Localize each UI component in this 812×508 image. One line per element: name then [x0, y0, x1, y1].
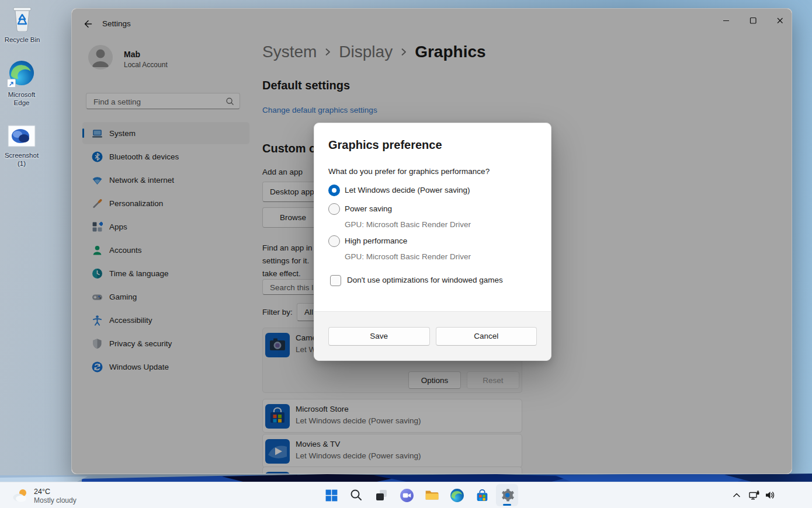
desktop-icon-recycle-bin[interactable]: Recycle Bin [1, 5, 44, 44]
cancel-button[interactable]: Cancel [436, 327, 537, 346]
settings-gear-icon [499, 488, 515, 503]
dialog-title: Graphics preference [328, 138, 442, 152]
weather-condition: Mostly cloudy [34, 496, 77, 504]
search-icon [349, 488, 363, 502]
radio-high-performance[interactable] [328, 235, 340, 247]
desktop-icon-label: Screenshot (1) [0, 151, 43, 168]
network-icon [748, 489, 760, 501]
recycle-bin-icon [10, 5, 34, 32]
tray-network-button[interactable] [748, 489, 760, 503]
start-button[interactable] [320, 484, 342, 506]
radio-let-windows-decide[interactable] [328, 185, 340, 196]
microsoft-store-icon [475, 488, 490, 503]
start-icon [324, 488, 339, 503]
desktop-icon-screenshot[interactable]: Screenshot (1) [0, 125, 43, 168]
weather-temperature: 24°C [34, 488, 77, 496]
chat-icon [400, 488, 414, 503]
radio-label[interactable]: High performance [345, 236, 407, 245]
radio-label[interactable]: Let Windows decide (Power saving) [345, 186, 470, 194]
gpu-subtext: GPU: Microsoft Basic Render Driver [345, 220, 471, 229]
edge-icon [450, 488, 464, 503]
weather-icon [12, 488, 29, 504]
file-explorer-button[interactable] [421, 484, 443, 506]
shortcut-arrow-badge [7, 79, 16, 88]
taskbar: 24°C Mostly cloudy [0, 482, 812, 508]
file-explorer-icon [424, 488, 439, 503]
microsoft-store-button[interactable] [471, 484, 493, 506]
desktop-icon-microsoft-edge[interactable]: Microsoft Edge [0, 60, 43, 107]
dialog-footer: Save Cancel [314, 311, 551, 360]
settings-button[interactable] [496, 484, 518, 506]
checkbox-label[interactable]: Don't use optimizations for windowed gam… [347, 276, 503, 284]
tray-chevron-button[interactable] [733, 490, 741, 501]
edge-icon [8, 60, 35, 89]
task-view-icon [374, 488, 388, 502]
taskbar-center [320, 484, 521, 506]
search-button[interactable] [345, 484, 367, 506]
volume-icon [764, 489, 776, 501]
edge-button[interactable] [446, 484, 468, 506]
dialog-question: What do you prefer for graphics performa… [328, 167, 490, 176]
chat-button[interactable] [395, 484, 418, 506]
radio-power-saving[interactable] [328, 203, 340, 215]
task-view-button[interactable] [370, 484, 393, 506]
desktop: Recycle Bin Microsoft Edge [0, 0, 812, 508]
graphics-preference-dialog: Graphics preference What do you prefer f… [314, 123, 551, 361]
save-button[interactable]: Save [328, 327, 430, 346]
radio-label[interactable]: Power saving [345, 204, 392, 213]
weather-widget[interactable]: 24°C Mostly cloudy [12, 485, 93, 507]
gpu-subtext: GPU: Microsoft Basic Render Driver [345, 252, 471, 261]
desktop-icon-label: Recycle Bin [1, 36, 44, 44]
optimizations-checkbox[interactable] [330, 275, 341, 286]
screenshot-thumbnail [8, 125, 36, 147]
chevron-up-icon [733, 492, 741, 499]
desktop-icon-label: Microsoft Edge [0, 91, 43, 107]
tray-volume-button[interactable] [764, 489, 776, 503]
